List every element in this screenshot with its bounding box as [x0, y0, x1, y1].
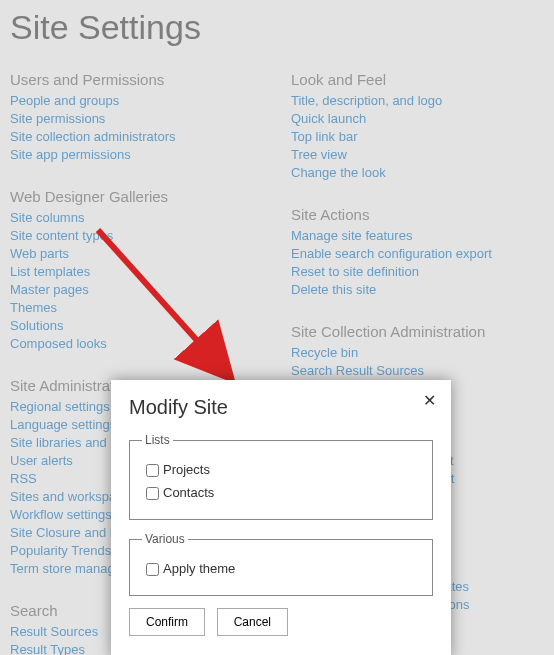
link-site-permissions[interactable]: Site permissions — [10, 110, 263, 128]
link-search-result-sources[interactable]: Search Result Sources — [291, 362, 544, 380]
link-site-columns[interactable]: Site columns — [10, 209, 263, 227]
checkbox-apply-theme[interactable] — [146, 563, 159, 576]
link-solutions[interactable]: Solutions — [10, 317, 263, 335]
link-site-collection-administrators[interactable]: Site collection administrators — [10, 128, 263, 146]
link-tree-view[interactable]: Tree view — [291, 146, 544, 164]
link-web-parts[interactable]: Web parts — [10, 245, 263, 263]
section-title-web-designer-galleries: Web Designer Galleries — [10, 188, 263, 205]
fieldset-legend-various: Various — [142, 532, 188, 546]
link-manage-site-features[interactable]: Manage site features — [291, 227, 544, 245]
section-title-look-and-feel: Look and Feel — [291, 71, 544, 88]
link-list-templates[interactable]: List templates — [10, 263, 263, 281]
section-title-users-and-permissions: Users and Permissions — [10, 71, 263, 88]
cancel-button[interactable]: Cancel — [217, 608, 288, 636]
link-master-pages[interactable]: Master pages — [10, 281, 263, 299]
checkbox-label-contacts: Contacts — [163, 485, 214, 500]
close-icon[interactable]: ✕ — [419, 392, 439, 412]
link-site-app-permissions[interactable]: Site app permissions — [10, 146, 263, 164]
link-quick-launch[interactable]: Quick launch — [291, 110, 544, 128]
link-delete-this-site[interactable]: Delete this site — [291, 281, 544, 299]
link-themes[interactable]: Themes — [10, 299, 263, 317]
link-people-and-groups[interactable]: People and groups — [10, 92, 263, 110]
section-title-site-actions: Site Actions — [291, 206, 544, 223]
section-title-site-collection-administration: Site Collection Administration — [291, 323, 544, 340]
link-top-link-bar[interactable]: Top link bar — [291, 128, 544, 146]
modify-site-dialog: ✕ Modify Site ListsProjectsContactsVario… — [111, 380, 451, 655]
checkbox-contacts[interactable] — [146, 487, 159, 500]
page-title: Site Settings — [10, 8, 544, 47]
checkbox-projects[interactable] — [146, 464, 159, 477]
checkbox-label-apply-theme: Apply theme — [163, 561, 235, 576]
link-site-content-types[interactable]: Site content types — [10, 227, 263, 245]
link-change-the-look[interactable]: Change the look — [291, 164, 544, 182]
dialog-title: Modify Site — [129, 396, 433, 419]
link-reset-to-site-definition[interactable]: Reset to site definition — [291, 263, 544, 281]
link-composed-looks[interactable]: Composed looks — [10, 335, 263, 353]
confirm-button[interactable]: Confirm — [129, 608, 205, 636]
link-recycle-bin[interactable]: Recycle bin — [291, 344, 544, 362]
link-title-description-and-logo[interactable]: Title, description, and logo — [291, 92, 544, 110]
link-enable-search-configuration-export[interactable]: Enable search configuration export — [291, 245, 544, 263]
fieldset-legend-lists: Lists — [142, 433, 173, 447]
checkbox-label-projects: Projects — [163, 462, 210, 477]
